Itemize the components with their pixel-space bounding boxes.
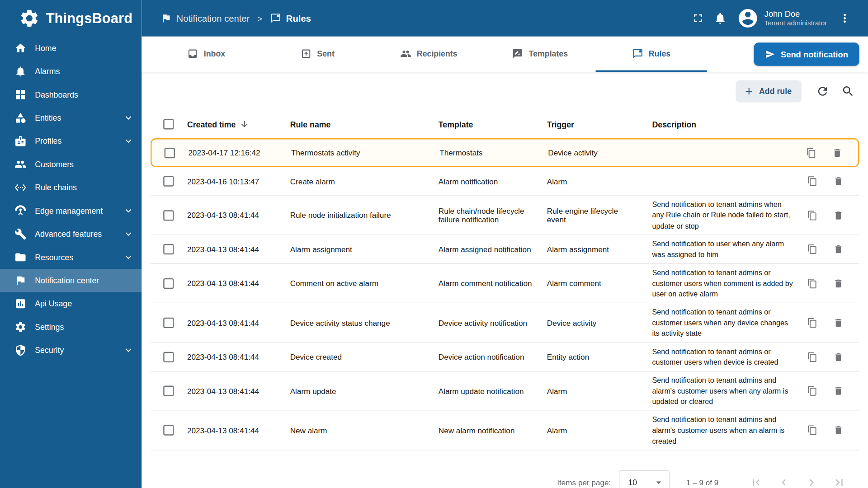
header-created-time[interactable]: Created time xyxy=(178,116,281,132)
notification-center-icon xyxy=(160,13,171,23)
delete-icon xyxy=(832,147,842,158)
app-logo[interactable]: ThingsBoard xyxy=(0,0,142,37)
last-page-button[interactable] xyxy=(833,476,846,488)
table-row[interactable]: 2023-04-13 08:41:44 Alarm assignment Ala… xyxy=(151,235,859,264)
copy-rule-button[interactable] xyxy=(807,176,817,186)
header-label: Created time xyxy=(187,120,236,129)
delete-rule-button[interactable] xyxy=(833,244,844,254)
row-checkbox[interactable] xyxy=(163,210,174,221)
paginator: Items per page: 10 1 – 9 of 9 xyxy=(151,470,859,488)
header-rule-name[interactable]: Rule name xyxy=(281,117,429,132)
tab-sent[interactable]: Sent xyxy=(262,37,373,72)
tab-rules[interactable]: Rules xyxy=(596,37,707,72)
first-page-button[interactable] xyxy=(750,476,763,488)
copy-rule-button[interactable] xyxy=(807,352,817,362)
items-per-page-select[interactable]: 10 xyxy=(619,470,670,488)
sidebar-item-profiles[interactable]: Profiles xyxy=(0,130,142,153)
send-notification-button[interactable]: Send notification xyxy=(754,42,859,66)
table-row[interactable]: 2023-04-13 08:41:44 Comment on active al… xyxy=(151,264,859,303)
copy-rule-button[interactable] xyxy=(807,386,817,396)
fullscreen-button[interactable] xyxy=(687,7,709,29)
row-checkbox[interactable] xyxy=(163,425,174,436)
sidebar-item-edge-management[interactable]: Edge management xyxy=(0,199,142,222)
delete-rule-button[interactable] xyxy=(833,318,844,328)
sidebar-item-api-usage[interactable]: Api Usage xyxy=(0,292,142,315)
add-rule-button[interactable]: Add rule xyxy=(736,80,802,103)
delete-rule-button[interactable] xyxy=(833,386,844,396)
cell-description: Send notification to tenant admins or cu… xyxy=(643,304,802,343)
select-all-checkbox[interactable] xyxy=(163,119,174,129)
advanced-features-icon xyxy=(14,228,27,240)
sidebar-item-settings[interactable]: Settings xyxy=(0,315,142,338)
breadcrumb-parent[interactable]: Notification center xyxy=(177,13,250,23)
notification-center-icon xyxy=(14,274,27,286)
sidebar-item-rule-chains[interactable]: Rule chains xyxy=(0,176,142,199)
table-row[interactable]: 2023-04-13 08:41:44 Device created Devic… xyxy=(151,343,859,372)
row-checkbox[interactable] xyxy=(165,147,175,158)
row-checkbox[interactable] xyxy=(163,244,174,254)
tab-recipients[interactable]: Recipients xyxy=(373,37,484,72)
sidebar-item-home[interactable]: Home xyxy=(0,37,142,60)
sidebar-item-customers[interactable]: Customers xyxy=(0,153,142,176)
paginator-controls xyxy=(750,476,846,488)
delete-rule-button[interactable] xyxy=(833,352,844,362)
delete-rule-button[interactable] xyxy=(832,147,842,158)
row-checkbox[interactable] xyxy=(163,386,174,396)
sidebar-item-notification-center[interactable]: Notification center xyxy=(0,269,142,292)
sidebar-item-advanced-features[interactable]: Advanced features xyxy=(0,222,142,245)
header-trigger[interactable]: Trigger xyxy=(538,117,643,132)
sidebar-item-dashboards[interactable]: Dashboards xyxy=(0,83,142,106)
table-row[interactable]: 2023-04-13 08:41:44 Rule node initializa… xyxy=(151,196,859,235)
dropdown-caret-icon xyxy=(652,476,665,488)
delete-icon xyxy=(833,386,844,396)
cell-template: Alarm assigned notification xyxy=(429,242,538,257)
home-icon xyxy=(14,42,27,54)
delete-icon xyxy=(833,425,844,436)
plus-icon xyxy=(744,86,755,97)
header-template[interactable]: Template xyxy=(429,117,538,132)
sidebar-item-resources[interactable]: Resources xyxy=(0,246,142,269)
search-button[interactable] xyxy=(837,80,859,103)
table-row[interactable]: 2023-04-17 12:16:42 Thermostats activity… xyxy=(151,138,859,167)
table-row[interactable]: 2023-04-13 08:41:44 New alarm New alarm … xyxy=(151,411,859,450)
delete-rule-button[interactable] xyxy=(833,176,844,186)
row-checkbox[interactable] xyxy=(163,176,174,186)
delete-rule-button[interactable] xyxy=(833,278,844,289)
copy-rule-button[interactable] xyxy=(807,244,817,254)
copy-icon xyxy=(807,352,817,362)
sidebar-item-label: Home xyxy=(35,44,56,53)
sidebar-item-alarms[interactable]: Alarms xyxy=(0,60,142,83)
next-page-button[interactable] xyxy=(805,476,818,488)
user-info[interactable]: John Doe Tenant administrator xyxy=(764,9,827,28)
copy-rule-button[interactable] xyxy=(807,425,817,436)
copy-rule-button[interactable] xyxy=(807,210,817,221)
sidebar-item-entities[interactable]: Entities xyxy=(0,106,142,129)
user-menu-button[interactable] xyxy=(834,7,856,29)
table-row[interactable]: 2023-04-13 08:41:44 Device activity stat… xyxy=(151,304,859,343)
header-description[interactable]: Description xyxy=(643,117,802,132)
refresh-button[interactable] xyxy=(811,80,834,103)
previous-page-button[interactable] xyxy=(777,476,790,488)
row-checkbox[interactable] xyxy=(163,352,174,362)
delete-rule-button[interactable] xyxy=(833,425,844,436)
previous-page-icon xyxy=(777,476,790,488)
sidebar-item-security[interactable]: Security xyxy=(0,338,142,361)
row-checkbox[interactable] xyxy=(163,318,174,328)
copy-rule-button[interactable] xyxy=(806,147,816,158)
cell-description: Send notification to tenant admins when … xyxy=(643,196,802,235)
tab-inbox[interactable]: Inbox xyxy=(151,37,262,72)
account-circle-icon xyxy=(736,7,759,29)
table-row[interactable]: 2023-04-13 08:41:44 Alarm update Alarm u… xyxy=(151,371,859,411)
rules-icon xyxy=(270,13,281,23)
copy-rule-button[interactable] xyxy=(807,278,817,289)
row-checkbox[interactable] xyxy=(163,278,174,289)
sidebar-item-label: Security xyxy=(35,346,64,355)
top-bar-actions: John Doe Tenant administrator xyxy=(687,7,856,29)
avatar[interactable] xyxy=(736,7,759,29)
edge-management-icon xyxy=(14,205,27,217)
copy-rule-button[interactable] xyxy=(807,318,817,328)
delete-rule-button[interactable] xyxy=(833,210,844,221)
notifications-button[interactable] xyxy=(709,7,731,29)
table-row[interactable]: 2023-04-16 10:13:47 Create alarm Alarm n… xyxy=(151,167,859,196)
tab-templates[interactable]: Templates xyxy=(484,37,595,72)
